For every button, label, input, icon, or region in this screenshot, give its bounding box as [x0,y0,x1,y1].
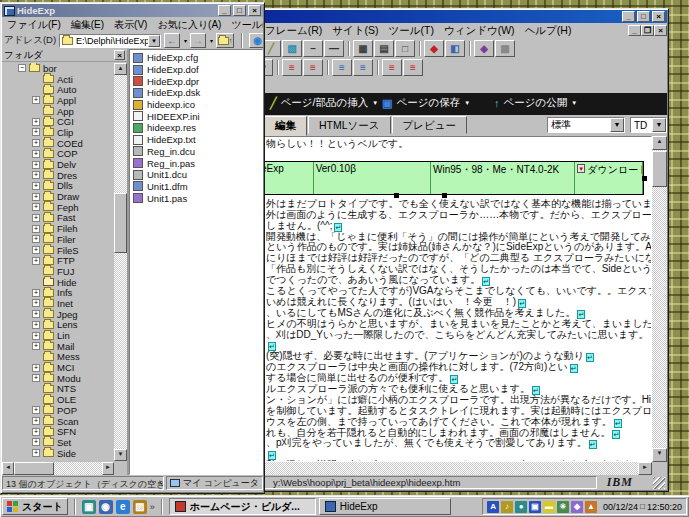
file-item[interactable]: Unit1.dfm [130,181,262,193]
tree-item-fileh[interactable]: +Fileh [4,223,113,234]
tree-item-auto[interactable]: +Auto [4,84,113,95]
indent-right-icon[interactable]: ≡ [332,59,352,76]
tab-edit-active[interactable]: 編集 [264,116,307,136]
chevron-down-icon[interactable]: ▼ [148,35,160,47]
tree-item-feph[interactable]: +Feph [4,202,113,213]
expand-toggle-icon[interactable]: + [32,225,40,233]
tree-item-sfn[interactable]: +SFN [4,426,113,437]
tree-item-lens[interactable]: +Lens [4,320,113,331]
forward-button[interactable]: → [190,33,206,48]
mdi-minimize-button[interactable]: _ [628,25,641,36]
tree-item-draw[interactable]: +Draw [4,191,113,202]
tree-item-fuj[interactable]: +FUJ [4,266,113,277]
tree-item-mci[interactable]: +MCI [4,362,113,373]
tray-task-icon[interactable]: □ [640,502,645,511]
expand-toggle-icon[interactable]: + [32,246,40,254]
task-button-hideexp[interactable]: HideExp [319,498,451,515]
expand-toggle-icon[interactable]: + [32,96,40,104]
hscrollbar-thumb[interactable] [14,462,54,475]
settings-icon[interactable]: ✳ [557,501,569,513]
file-item[interactable]: Unit1.pas [130,192,262,204]
style-combo[interactable]: 標準 ▼ [547,117,625,133]
preview-browser-icon[interactable]: ◧ [445,40,465,57]
tree-item-fast[interactable]: +Fast [4,213,113,224]
expand-toggle-icon[interactable]: + [32,299,40,307]
tree-horizontal-scrollbar[interactable]: ◄ ► [2,462,114,475]
tree-item-set[interactable]: +Set [4,437,113,448]
scheduler-icon[interactable]: ▲ [585,501,597,513]
file-list-pane[interactable]: HideExp.cfgHideExp.dofHideExp.dprHideExp… [129,49,263,475]
tree-item-nts[interactable]: +NTS [4,384,113,395]
quick-launch-overflow[interactable]: » [150,502,155,512]
mouse-icon[interactable]: ◆ [571,501,583,513]
back-dropdown-icon[interactable]: ▾ [184,37,187,44]
tree-item-dres[interactable]: +Dres [4,170,113,181]
publish-page-button[interactable]: ↑ページの公開▼ [494,96,577,110]
expand-toggle-icon[interactable]: + [32,438,40,446]
file-item[interactable]: HideExp.dpr [130,75,262,87]
tree-item-acti[interactable]: +Acti [4,74,113,85]
battery-icon[interactable]: ▬ [543,501,555,513]
outdent-icon[interactable]: ≡ [282,59,302,76]
file-item[interactable]: Reg_in.pas [130,157,262,169]
expand-toggle-icon[interactable]: + [32,257,40,265]
scroll-left-icon[interactable]: ◄ [2,462,14,475]
download-link[interactable]: ダウンロード [587,163,643,177]
tree-item-lin[interactable]: +Lin [4,330,113,341]
table-handle-stray[interactable] [394,193,399,198]
tree-item-coed[interactable]: +COEd [4,138,113,149]
mdi-restore-button[interactable]: ❐ [641,25,654,36]
expand-toggle-icon[interactable]: + [32,118,40,126]
start-button[interactable]: スタート [2,498,68,515]
hr-thick-icon[interactable]: — [324,40,344,57]
file-item[interactable]: HideExp.cfg [130,52,262,64]
indent-icon[interactable]: ≡ [303,59,323,76]
scroll-right-icon[interactable]: ► [102,462,114,475]
expand-toggle-icon[interactable]: + [32,342,40,350]
tree-item-bor[interactable]: −bor [4,63,113,74]
scroll-right-icon[interactable]: ► [638,462,652,475]
scroll-up-icon[interactable]: ▲ [652,136,667,150]
file-item[interactable]: HideExp.dsk [130,87,262,99]
maximize-button[interactable]: □ [637,11,650,22]
minimize-button[interactable]: _ [622,11,635,22]
back-button[interactable]: ← [164,33,180,48]
expand-toggle-icon[interactable]: + [32,289,40,297]
menu-item-e[interactable]: 編集(E) [66,18,109,32]
file-item[interactable]: HideExp.dof [130,64,262,76]
menu-item-r[interactable]: フレーム(R) [260,24,327,38]
menu-item-v[interactable]: 表示(V) [109,18,152,32]
maximize-button[interactable]: □ [233,5,246,16]
close-button[interactable]: × [248,5,261,16]
sort-desc-icon[interactable]: ≡ [382,59,402,76]
table-icon[interactable]: ▦ [353,40,373,57]
palette-icon[interactable]: ◆ [424,40,444,57]
photo-icon[interactable]: ▧ [282,40,302,57]
tree-item-hide[interactable]: +Hide [4,277,113,288]
scroll-down-icon[interactable]: ▼ [652,448,667,462]
mdi-close-button[interactable]: × [654,25,667,36]
sort-mixed-icon[interactable]: ≡ [403,59,423,76]
menu-item-h[interactable]: ヘルプ(H) [520,24,577,38]
tree-item-delv[interactable]: +Delv [4,159,113,170]
element-combo[interactable]: TD ▼ [630,117,667,133]
close-folders-pane-icon[interactable]: × [114,50,125,60]
tab-item[interactable]: プレビュー [392,116,467,134]
expand-toggle-icon[interactable]: + [32,310,40,318]
expand-toggle-icon[interactable]: + [32,193,40,201]
expand-toggle-icon[interactable]: + [32,161,40,169]
tab-item[interactable]: HTMLソース [308,116,391,134]
scrollbar-thumb[interactable] [652,151,667,187]
menu-item-t[interactable]: ツール(T) [226,18,263,32]
insert-page-parts-button[interactable]: ╱ページ/部品の挿入▼ [270,96,378,110]
tree-item-mail[interactable]: +Mail [4,341,113,352]
task-button-homepage-builder[interactable]: ホームページ・ビルダ... [169,498,316,515]
up-folder-button[interactable]: ↑ [216,33,234,48]
expand-toggle-icon[interactable]: − [18,64,26,72]
frame-icon[interactable]: ▤ [374,40,394,57]
expand-toggle-icon[interactable]: + [32,214,40,222]
expand-toggle-icon[interactable]: + [32,332,40,340]
tree-item-cop[interactable]: +COP [4,149,113,160]
tree-item-modu[interactable]: +Modu [4,373,113,384]
menu-item-f[interactable]: ファイル(F) [2,18,66,32]
